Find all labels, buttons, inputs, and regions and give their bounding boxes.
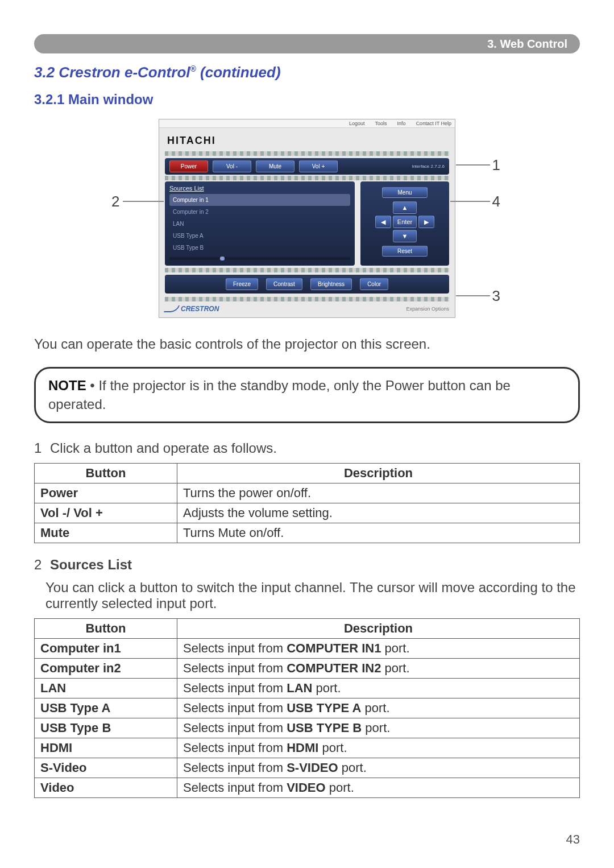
nav-down-button[interactable]: ▼ — [393, 230, 417, 242]
enter-button[interactable]: Enter — [393, 216, 417, 228]
callout-1: 1 — [492, 156, 500, 174]
tab-logout[interactable]: Logout — [349, 121, 365, 126]
callout-4: 4 — [492, 193, 500, 210]
section-title: 3.2 Crestron e-Control® (continued) — [34, 64, 580, 81]
expansion-options-link[interactable]: Expansion Options — [406, 306, 449, 312]
nav-up-button[interactable]: ▲ — [393, 201, 417, 214]
breadcrumb: 3. Web Control — [487, 38, 567, 51]
source-item[interactable]: Computer in 1 — [169, 194, 350, 206]
contrast-button[interactable]: Contrast — [266, 278, 302, 290]
callout-2: 2 — [111, 193, 119, 210]
main-window-figure: 1 2 4 3 Logout Tools Info Contact IT Hel… — [34, 119, 580, 318]
buttons-table-1: Button Description PowerTurns the power … — [34, 463, 580, 543]
table-row: Vol -/ Vol +Adjusts the volume setting. — [35, 503, 580, 523]
source-item[interactable]: USB Type A — [169, 230, 350, 242]
table-header: Description — [177, 464, 580, 483]
source-item[interactable]: LAN — [169, 218, 350, 230]
crestron-panel: Logout Tools Info Contact IT Help HITACH… — [159, 119, 455, 318]
step-2-text: You can click a button to switch the inp… — [45, 580, 580, 611]
step-2: 2 Sources List — [34, 557, 580, 573]
sources-title: Sources List — [169, 185, 350, 192]
intro-text: You can operate the basic controls of th… — [34, 335, 580, 353]
bottom-button-bar: Freeze Contrast Brightness Color — [165, 275, 449, 294]
table-row: USB Type ASelects input from USB TYPE A … — [35, 698, 580, 718]
page-number: 43 — [34, 832, 580, 847]
table-row: VideoSelects input from VIDEO port. — [35, 778, 580, 798]
table-header: Button — [35, 464, 177, 483]
reset-button[interactable]: Reset — [382, 246, 428, 257]
color-button[interactable]: Color — [360, 278, 388, 290]
tab-contact[interactable]: Contact IT Help — [416, 121, 451, 126]
note-box: NOTE • If the projector is in the standb… — [34, 367, 580, 423]
top-button-bar: Power Vol - Mute Vol + Interface 2.7.2.6 — [165, 158, 449, 175]
vol-up-button[interactable]: Vol + — [299, 160, 338, 172]
source-item[interactable]: Computer in 2 — [169, 206, 350, 218]
tab-info[interactable]: Info — [397, 121, 406, 126]
sources-scrollbar[interactable] — [169, 257, 350, 260]
freeze-button[interactable]: Freeze — [226, 278, 258, 290]
nav-left-button[interactable]: ◀ — [375, 216, 391, 228]
note-label: NOTE — [48, 378, 86, 393]
vol-down-button[interactable]: Vol - — [213, 160, 251, 172]
table-row: HDMISelects input from HDMI port. — [35, 738, 580, 758]
table-row: MuteTurns Mute on/off. — [35, 523, 580, 543]
buttons-table-2: Button Description Computer in1Selects i… — [34, 618, 580, 798]
tab-tools[interactable]: Tools — [375, 121, 387, 126]
source-item[interactable]: USB Type B — [169, 242, 350, 254]
nav-right-button[interactable]: ▶ — [418, 216, 434, 228]
brand-logo: HITACHI — [159, 128, 455, 150]
brightness-button[interactable]: Brightness — [310, 278, 352, 290]
table-row: Computer in2Selects input from COMPUTER … — [35, 659, 580, 679]
table-row: USB Type BSelects input from USB TYPE B … — [35, 718, 580, 738]
table-header: Description — [177, 619, 580, 639]
breadcrumb-bar: 3. Web Control — [34, 34, 580, 53]
table-row: S-VideoSelects input from S-VIDEO port. — [35, 758, 580, 778]
table-row: Computer in1Selects input from COMPUTER … — [35, 639, 580, 659]
subsection-title: 3.2.1 Main window — [34, 92, 580, 108]
interface-version: Interface 2.7.2.6 — [412, 164, 445, 169]
step-1: 1 Click a button and operate as follows. — [34, 440, 580, 456]
crestron-logo: CRESTRON — [165, 305, 219, 313]
note-text: • If the projector is in the standby mod… — [48, 378, 511, 411]
panel-tabs: Logout Tools Info Contact IT Help — [159, 119, 455, 128]
power-button[interactable]: Power — [169, 160, 208, 172]
callout-3: 3 — [492, 287, 500, 305]
table-header: Button — [35, 619, 177, 639]
table-row: PowerTurns the power on/off. — [35, 483, 580, 503]
table-row: LANSelects input from LAN port. — [35, 679, 580, 698]
menu-button[interactable]: Menu — [382, 187, 428, 198]
panel-footer: CRESTRON Expansion Options — [159, 303, 455, 317]
sources-list: Sources List Computer in 1 Computer in 2… — [165, 181, 355, 266]
dpad-area: Menu ▲ ◀ Enter ▶ ▼ Reset — [360, 181, 449, 266]
mute-button[interactable]: Mute — [256, 160, 294, 172]
